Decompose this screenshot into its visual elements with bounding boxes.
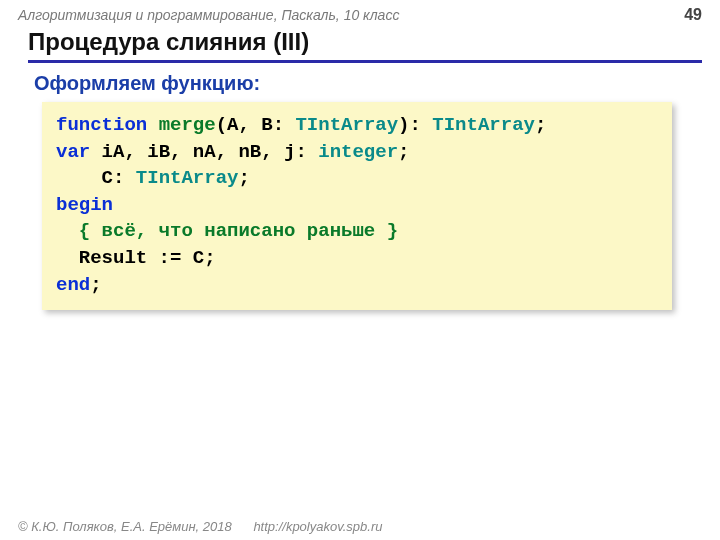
code-token-kw-teal: TIntArray [136, 167, 239, 189]
page-number: 49 [684, 6, 702, 24]
code-token-kw-blue: end [56, 274, 90, 296]
slide: Алгоритмизация и программирование, Паска… [0, 0, 720, 540]
slide-footer: © К.Ю. Поляков, Е.А. Ерёмин, 2018 http:/… [18, 519, 382, 534]
code-token: ; [398, 141, 409, 163]
code-token-kw-blue: begin [56, 194, 113, 216]
footer-url: http://kpolyakov.spb.ru [253, 519, 382, 534]
code-token-kw-teal: integer [318, 141, 398, 163]
code-token: Result := C; [56, 247, 216, 269]
code-block: function merge(A, B: TIntArray): TIntArr… [42, 102, 672, 310]
code-token: ; [238, 167, 249, 189]
slide-title: Процедура слияния (III) [28, 28, 702, 63]
footer-authors: © К.Ю. Поляков, Е.А. Ерёмин, 2018 [18, 519, 232, 534]
code-token-kw-teal: TIntArray [295, 114, 398, 136]
code-token-kw-blue: var [56, 141, 90, 163]
course-label: Алгоритмизация и программирование, Паска… [18, 7, 399, 23]
code-token: (A, B: [216, 114, 296, 136]
slide-header: Алгоритмизация и программирование, Паска… [18, 6, 702, 24]
code-token: ; [90, 274, 101, 296]
code-token: iA, iB, nA, nB, j: [90, 141, 318, 163]
code-token: ; [535, 114, 546, 136]
code-token-kw-teal: TIntArray [432, 114, 535, 136]
slide-subtitle: Оформляем функцию: [34, 72, 260, 95]
code-token-kw-green: merge [159, 114, 216, 136]
code-token: C: [56, 167, 136, 189]
code-token: ): [398, 114, 432, 136]
code-token-kw-green: { всё, что написано раньше } [56, 220, 398, 242]
code-token-kw-blue: function [56, 114, 159, 136]
